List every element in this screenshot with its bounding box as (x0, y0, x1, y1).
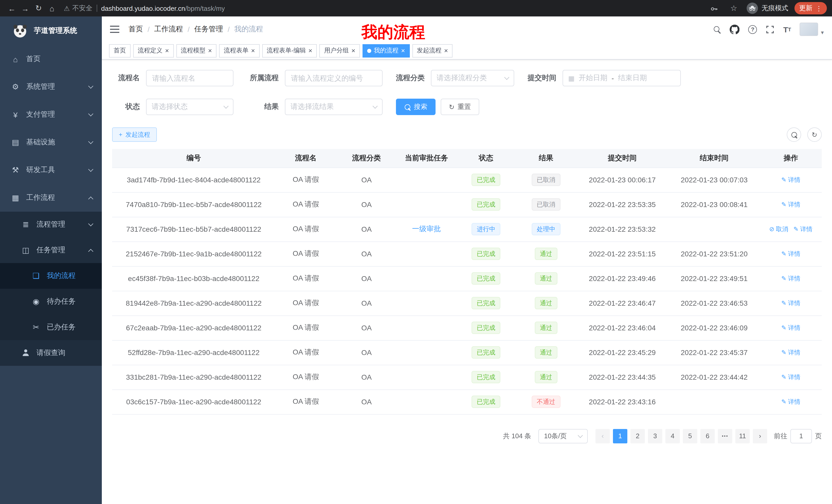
cancel-link[interactable]: ⊘取消 (769, 225, 788, 234)
sidebar-item-workflow[interactable]: ▦ 工作流程 (0, 184, 102, 212)
detail-link[interactable]: ✎详情 (781, 373, 800, 382)
home-button[interactable]: ⌂ (45, 2, 59, 15)
sidebar-item-payment-management[interactable]: ¥ 支付管理 (0, 101, 102, 129)
sidebar-item-system-management[interactable]: ⚙ 系统管理 (0, 73, 102, 101)
breadcrumb-task-management[interactable]: 任务管理 (194, 25, 223, 34)
page-button-1[interactable]: 1 (613, 429, 627, 443)
back-button[interactable]: ← (5, 2, 19, 15)
chevron-down-icon (372, 104, 378, 109)
kebab-menu-icon[interactable]: ⋮ (815, 4, 822, 12)
detail-link[interactable]: ✎详情 (781, 250, 800, 258)
page-size-select[interactable]: 10条/页 (538, 429, 588, 443)
sidebar-item-dev-tools[interactable]: ⚒ 研发工具 (0, 156, 102, 184)
process-category-select[interactable]: 请选择流程分类 (431, 70, 514, 86)
password-key-button[interactable] (707, 2, 721, 15)
refresh-icon: ↻ (449, 103, 454, 111)
fullscreen-icon-button[interactable] (766, 25, 774, 34)
result-select[interactable]: 请选择流结果 (285, 99, 383, 115)
security-chip[interactable]: ⚠ 不安全 (64, 4, 92, 13)
sidebar-item-todo-tasks[interactable]: ◉ 待办任务 (0, 289, 102, 314)
status-select[interactable]: 请选择状态 (146, 99, 233, 115)
current-task-link[interactable]: 一级审批 (412, 225, 441, 233)
detail-link[interactable]: ✎详情 (781, 348, 800, 357)
question-icon: ? (751, 26, 754, 32)
incognito-label: 无痕模式 (761, 4, 788, 13)
avatar-image (800, 23, 818, 36)
edit-icon: ✎ (781, 275, 786, 282)
github-icon-button[interactable] (730, 24, 739, 34)
detail-link[interactable]: ✎详情 (781, 324, 800, 332)
font-size-icon: T (783, 25, 788, 34)
create-process-button[interactable]: + 发起流程 (112, 128, 157, 142)
close-icon[interactable]: × (309, 47, 312, 54)
search-icon-button[interactable] (713, 25, 721, 33)
submit-time-range[interactable]: ▦ 开始日期 - 结束日期 (563, 70, 681, 86)
forward-button[interactable]: → (19, 2, 32, 15)
help-icon-button[interactable]: ? (748, 25, 757, 34)
process-definition-label: 所属流程 (247, 74, 279, 83)
page-button-4[interactable]: 4 (666, 429, 680, 443)
detail-link[interactable]: ✎详情 (781, 299, 800, 308)
close-icon[interactable]: × (251, 47, 255, 54)
reset-button[interactable]: ↻ 重置 (441, 99, 479, 115)
tab-start-process[interactable]: 发起流程 × (412, 44, 452, 57)
app-logo[interactable]: 芋道管理系统 (0, 17, 102, 45)
close-icon[interactable]: × (444, 47, 448, 54)
chevron-down-icon (88, 167, 93, 172)
sidebar-item-infrastructure[interactable]: ▤ 基础设施 (0, 129, 102, 156)
breadcrumb-home[interactable]: 首页 (129, 25, 143, 34)
next-page-button[interactable]: › (753, 429, 767, 443)
goto-page-input[interactable] (790, 429, 812, 443)
page-button-2[interactable]: 2 (630, 429, 645, 443)
address-bar[interactable]: ⚠ 不安全 dashboard.yudao.iocoder.cn/bpm/tas… (64, 4, 702, 13)
tab-process-model[interactable]: 流程模型 × (176, 44, 216, 57)
sidebar-item-my-process[interactable]: ❏ 我的流程 (0, 263, 102, 289)
user-avatar[interactable]: ▾ (800, 23, 824, 36)
status-badge: 已完成 (471, 346, 500, 359)
app-title: 芋道管理系统 (34, 26, 77, 35)
process-name-input[interactable] (146, 70, 233, 86)
edit-icon: ✎ (781, 374, 786, 381)
tab-user-group[interactable]: 用户分组 × (319, 44, 360, 57)
tab-my-process[interactable]: 我的流程 × (363, 44, 410, 57)
home-icon: ⌂ (50, 4, 54, 12)
close-icon[interactable]: × (165, 47, 169, 54)
bookmark-star-button[interactable]: ☆ (727, 2, 740, 15)
detail-link[interactable]: ✎详情 (794, 225, 812, 234)
close-icon[interactable]: × (208, 47, 212, 54)
reload-button[interactable]: ↻ (32, 2, 45, 15)
sidebar-item-process-management[interactable]: ≣ 流程管理 (0, 212, 102, 237)
detail-link[interactable]: ✎详情 (781, 176, 800, 185)
process-definition-input[interactable] (285, 70, 383, 86)
toggle-search-button[interactable] (787, 128, 801, 142)
tab-home[interactable]: 首页 (109, 44, 131, 57)
page-button-3[interactable]: 3 (648, 429, 662, 443)
prev-page-button[interactable]: ‹ (595, 429, 610, 443)
tab-process-form[interactable]: 流程表单 × (219, 44, 259, 57)
sidebar-item-home[interactable]: ⌂ 首页 (0, 45, 102, 73)
refresh-table-button[interactable]: ↻ (807, 128, 822, 142)
yen-icon: ¥ (10, 110, 21, 119)
edit-icon: ✎ (781, 176, 786, 184)
page-button-5[interactable]: 5 (683, 429, 697, 443)
sidebar-item-task-management[interactable]: ◫ 任务管理 (0, 237, 102, 263)
sidebar-item-leave-query[interactable]: 请假查询 (0, 340, 102, 366)
tab-process-form-edit[interactable]: 流程表单-编辑 × (262, 44, 317, 57)
detail-link[interactable]: ✎详情 (781, 398, 800, 407)
page-button-6[interactable]: 6 (700, 429, 715, 443)
workflow-submenu: ≣ 流程管理 ◫ 任务管理 ❏ 我的流程 ◉ 待办任务 (0, 212, 102, 366)
status-badge: 已完成 (471, 371, 500, 383)
close-icon[interactable]: × (352, 47, 355, 54)
update-button[interactable]: 更新 ⋮ (795, 2, 827, 15)
font-size-icon-button[interactable]: TT (783, 25, 791, 34)
detail-link[interactable]: ✎详情 (781, 200, 800, 209)
more-pages-button[interactable]: ••• (718, 429, 732, 443)
hamburger-button[interactable] (110, 26, 119, 33)
detail-link[interactable]: ✎详情 (781, 274, 800, 283)
search-button[interactable]: 搜索 (396, 99, 436, 115)
sidebar-item-done-tasks[interactable]: ✂ 已办任务 (0, 314, 102, 340)
close-icon[interactable]: × (401, 47, 405, 54)
page-button-11[interactable]: 11 (735, 429, 750, 443)
breadcrumb-workflow[interactable]: 工作流程 (154, 25, 183, 34)
tab-process-definition[interactable]: 流程定义 × (133, 44, 174, 57)
